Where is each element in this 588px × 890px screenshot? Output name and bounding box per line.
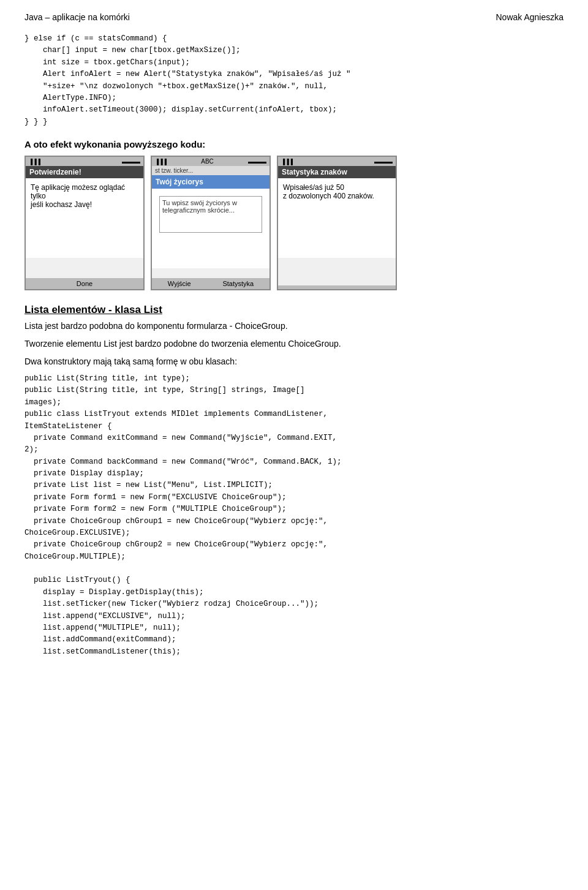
input-text: Tu wpisz swój życiorys w telegraficznym … — [162, 199, 237, 214]
bottom-bar-3 — [278, 285, 396, 289]
code-block-2: public List(String title, int type); pub… — [24, 373, 564, 658]
list-heading: Lista elementów - klasa List — [24, 304, 564, 316]
paragraph-2: Tworzenie elementu List jest bardzo podo… — [24, 338, 564, 350]
status-right-3: ▬▬▬ — [374, 158, 393, 165]
status-bar-3: ▐▐▐ ▬▬▬ — [278, 157, 396, 166]
page-header: Java – aplikacje na komórki Nowak Agnies… — [24, 12, 564, 22]
code-block-1: } else if (c == statsCommand) { char[] i… — [24, 33, 564, 128]
body-area-1: Tę aplikację możesz oglądać tylko jeśli … — [26, 178, 143, 258]
body-text-1: Tę aplikację możesz oglądać tylko jeśli … — [31, 183, 125, 209]
bottom-bar-2: Wyjście Statystyka — [152, 278, 270, 289]
body-text-3: Wpisałeś/aś już 50 z dozwolonych 400 zna… — [283, 183, 374, 200]
ticker-bar: st tzw. ticker... — [152, 166, 270, 175]
status-bar-2: ▐▐▐ ABC ▬▬▬ — [152, 157, 270, 166]
paragraph-3: Dwa konstruktory mają taką samą formę w … — [24, 355, 564, 368]
body-area-2: Tu wpisz swój życiorys w telegraficznym … — [152, 189, 270, 268]
form-title-bar: Twój życiorys — [152, 175, 270, 189]
title-bar-3: Statystyka znaków — [278, 166, 396, 178]
status-bar-1: ▐▐▐ ▬▬▬ — [26, 157, 143, 166]
signal-icon-3: ▐▐▐ — [281, 159, 293, 165]
phone-screen-1: ▐▐▐ ▬▬▬ Potwierdzenie! Tę aplikację może… — [24, 156, 145, 290]
phone-screen-2: ▐▐▐ ABC ▬▬▬ st tzw. ticker... Twój życio… — [151, 156, 271, 290]
header-left: Java – aplikacje na komórki — [24, 12, 130, 22]
screenshots-row: ▐▐▐ ▬▬▬ Potwierdzenie! Tę aplikację może… — [24, 156, 564, 290]
status-right-1: ▬▬▬ — [122, 158, 140, 165]
abc-label: ABC — [201, 158, 214, 165]
statystyka-button[interactable]: Statystyka — [222, 280, 254, 287]
body-area-3: Wpisałeś/aś już 50 z dozwolonych 400 zna… — [278, 178, 396, 258]
title-bar-1: Potwierdzenie! — [26, 166, 143, 178]
section-heading: A oto efekt wykonania powyższego kodu: — [24, 139, 564, 149]
signal-icon-2: ▐▐▐ — [155, 159, 167, 165]
phone-screen-3: ▐▐▐ ▬▬▬ Statystyka znaków Wpisałeś/aś ju… — [277, 156, 397, 290]
wyjscie-button[interactable]: Wyjście — [168, 280, 191, 287]
header-right: Nowak Agnieszka — [496, 12, 564, 22]
input-area[interactable]: Tu wpisz swój życiorys w telegraficznym … — [159, 196, 262, 233]
bottom-bar-1: Done — [26, 278, 143, 289]
done-button[interactable]: Done — [77, 280, 92, 287]
paragraph-1: Lista jest bardzo podobna do komponentu … — [24, 320, 564, 333]
status-right-2: ▬▬▬ — [248, 158, 266, 165]
signal-icon-1: ▐▐▐ — [29, 159, 40, 165]
